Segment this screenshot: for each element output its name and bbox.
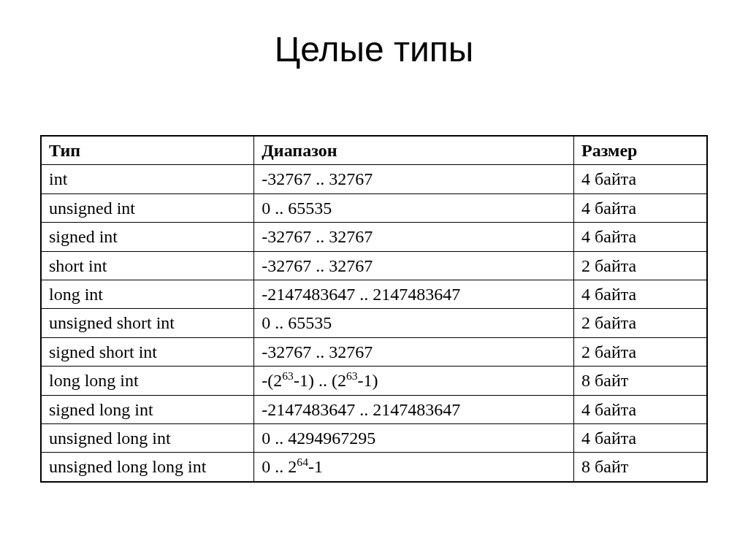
cell-size: 4 байта: [574, 223, 707, 251]
cell-size: 8 байт: [574, 367, 707, 395]
table-row: signed long int-2147483647 .. 2147483647…: [41, 395, 707, 423]
cell-range: 0 .. 4294967295: [254, 423, 574, 452]
cell-type: unsigned long int: [41, 423, 254, 452]
cell-range: 0 .. 65535: [254, 309, 574, 337]
cell-size: 8 байт: [574, 453, 707, 482]
cell-size: 4 байта: [574, 193, 707, 222]
table-row: unsigned int0 .. 655354 байта: [41, 193, 707, 222]
cell-range: 0 .. 264-1: [254, 453, 574, 482]
cell-type: short int: [41, 251, 254, 280]
cell-type: signed int: [41, 223, 254, 251]
table-row: unsigned short int0 .. 655352 байта: [41, 309, 707, 337]
table-container: Тип Диапазон Размер int-32767 .. 327674 …: [0, 135, 748, 483]
table-row: signed int-32767 .. 327674 байта: [41, 223, 707, 251]
cell-type: signed short int: [41, 337, 254, 366]
cell-size: 2 байта: [574, 251, 707, 280]
cell-size: 4 байта: [574, 165, 707, 193]
cell-range: 0 .. 65535: [254, 193, 574, 222]
cell-range: -2147483647 .. 2147483647: [254, 395, 574, 423]
table-row: long int-2147483647 .. 21474836474 байта: [41, 280, 707, 308]
header-size: Размер: [574, 136, 707, 165]
integer-types-table: Тип Диапазон Размер int-32767 .. 327674 …: [40, 135, 708, 483]
cell-type: long long int: [41, 367, 254, 395]
table-header-row: Тип Диапазон Размер: [41, 136, 707, 165]
cell-range: -32767 .. 32767: [254, 337, 574, 366]
table-row: unsigned long int0 .. 42949672954 байта: [41, 423, 707, 452]
cell-type: int: [41, 165, 254, 193]
table-row: short int-32767 .. 327672 байта: [41, 251, 707, 280]
cell-type: unsigned short int: [41, 309, 254, 337]
cell-type: unsigned int: [41, 193, 254, 222]
header-range: Диапазон: [254, 136, 574, 165]
table-row: int-32767 .. 327674 байта: [41, 165, 707, 193]
page-title: Целые типы: [0, 29, 748, 69]
cell-size: 4 байта: [574, 280, 707, 308]
cell-range: -32767 .. 32767: [254, 251, 574, 280]
cell-range: -2147483647 .. 2147483647: [254, 280, 574, 308]
cell-size: 4 байта: [574, 395, 707, 423]
cell-size: 2 байта: [574, 309, 707, 337]
cell-type: unsigned long long int: [41, 453, 254, 482]
table-row: long long int-(263-1) .. (263-1)8 байт: [41, 367, 707, 395]
cell-range: -(263-1) .. (263-1): [254, 367, 574, 395]
table-row: unsigned long long int0 .. 264-18 байт: [41, 453, 707, 482]
cell-range: -32767 .. 32767: [254, 165, 574, 193]
header-type: Тип: [41, 136, 254, 165]
cell-size: 2 байта: [574, 337, 707, 366]
table-row: signed short int-32767 .. 327672 байта: [41, 337, 707, 366]
cell-size: 4 байта: [574, 423, 707, 452]
cell-type: signed long int: [41, 395, 254, 423]
cell-range: -32767 .. 32767: [254, 223, 574, 251]
cell-type: long int: [41, 280, 254, 308]
